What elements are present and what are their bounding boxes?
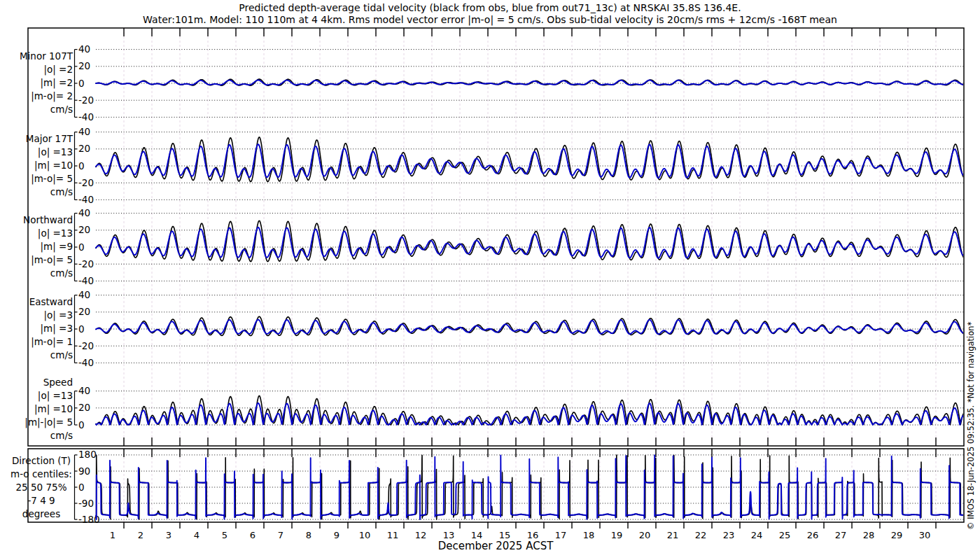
panel-label-line: |o| =3 [43, 309, 73, 321]
y-tick-label: -20 [78, 94, 94, 106]
y-tick-label: 180 [78, 449, 97, 460]
panel-label-east: Eastward|o| =3|m| =3|m-o|= 1cm/s [29, 296, 73, 360]
x-axis-label: December 2025 ACST [0, 540, 980, 552]
panel-label-line: Northward [23, 214, 73, 225]
panel-label-line: |o| =13 [38, 390, 73, 402]
y-tick-label: 90 [78, 465, 90, 477]
panel-label-line: |m| =10 [34, 403, 73, 415]
day-label: 24 [751, 530, 763, 540]
panel-label-major: Major 17T|o| =13|m| =10|m-o|= 5cm/s [26, 133, 74, 197]
day-label: 19 [611, 530, 623, 540]
y-tick-label: 40 [78, 289, 90, 300]
y-axis-bracket-speed [75, 391, 78, 425]
day-label: 4 [194, 530, 200, 540]
panel-label-line: cm/s [50, 104, 73, 115]
panel-label-line: Major 17T [26, 133, 74, 144]
day-label: 22 [695, 530, 707, 540]
day-label: 29 [891, 530, 903, 540]
day-label: 28 [863, 530, 875, 540]
y-tick-label: 0 [78, 241, 85, 253]
y-tick-label: -90 [78, 498, 94, 509]
day-label: 26 [807, 530, 819, 540]
day-label: 20 [639, 530, 651, 540]
day-label: 5 [222, 530, 227, 540]
y-tick-label: 20 [78, 306, 90, 317]
y-tick-labels-minor: 40200-20-40 [78, 43, 94, 122]
panel-label-line: cm/s [50, 430, 73, 441]
panel-label-line: m-o centiles: [10, 468, 72, 479]
y-axis-bracket-east [75, 295, 78, 363]
day-label: 6 [250, 530, 255, 540]
y-tick-label: 0 [78, 482, 85, 493]
y-axis-bracket-direction [75, 455, 78, 519]
y-tick-label: 20 [78, 224, 90, 235]
y-tick-labels-east: 40200-20-40 [78, 289, 94, 368]
day-label: 10 [359, 530, 371, 540]
panel-label-line: |m| =9 [41, 241, 73, 253]
day-gridlines [124, 28, 936, 522]
panel-label-north: Northward|o| =13|m| =9|m-o|= 5cm/s [23, 214, 73, 279]
panel-label-line: |m-o|= 2 [31, 90, 73, 102]
y-tick-label: 40 [78, 43, 90, 55]
panel-label-line: |m|-|o|= 5 [24, 416, 73, 428]
y-tick-label: 0 [78, 78, 85, 89]
y-tick-label: -40 [78, 357, 94, 368]
day-label: 17 [555, 530, 567, 540]
day-label: 15 [499, 530, 511, 540]
y-tick-labels-major: 40200-20-40 [78, 126, 94, 205]
panel-label-speed: Speed|o| =13|m| =10|m|-|o|= 5cm/s [24, 377, 73, 441]
panel-label-line: cm/s [50, 267, 73, 279]
day-label: 2 [138, 530, 144, 540]
y-tick-label: 40 [78, 126, 90, 137]
panel-label-line: Direction (T) [12, 455, 71, 466]
day-label: 3 [166, 530, 172, 540]
day-label: 1 [110, 530, 115, 540]
copyright-note: © IMOS 18-Jun-2025 09:52:35. *Not for na… [966, 322, 976, 530]
y-tick-label: 20 [78, 60, 90, 71]
day-label: 9 [334, 530, 340, 540]
day-labels: 1234567891011121314151617181920212223242… [110, 530, 930, 540]
y-tick-label: -40 [78, 275, 94, 286]
panel-label-line: |o| =13 [38, 227, 73, 239]
y-tick-labels-speed: 40200 [78, 385, 90, 430]
y-tick-label: 20 [78, 143, 90, 154]
y-tick-label: -20 [78, 340, 94, 351]
y-tick-label: -20 [78, 177, 94, 188]
panel-label-line: cm/s [50, 186, 73, 197]
panel-label-line: |o| =13 [38, 146, 73, 158]
day-label: 7 [278, 530, 284, 540]
day-label: 8 [306, 530, 312, 540]
panel-label-line: |o| =2 [43, 64, 73, 76]
y-axis-bracket-minor [75, 50, 78, 118]
y-tick-label: 0 [78, 323, 85, 335]
panel-label-line: |m| =10 [34, 160, 73, 172]
panel-label-line: |m-o|= 5 [31, 173, 73, 185]
panel-label-line: Eastward [29, 296, 73, 307]
y-tick-label: 0 [78, 160, 85, 172]
day-label: 12 [415, 530, 427, 540]
y-tick-label: 20 [78, 402, 90, 413]
plot-frames [28, 28, 964, 522]
panel-label-line: |m-o|= 5 [31, 254, 73, 266]
y-tick-label: 0 [78, 419, 85, 430]
panel-label-line: |m| =3 [41, 323, 73, 335]
y-axis-bracket-north [75, 214, 78, 281]
day-label: 18 [583, 530, 595, 540]
y-tick-label: -20 [78, 258, 94, 270]
panel-label-line: cm/s [50, 349, 73, 360]
y-tick-label: 40 [78, 385, 90, 396]
day-label: 11 [387, 530, 399, 540]
y-tick-label: -40 [78, 194, 94, 205]
figure: Predicted depth-average tidal velocity (… [0, 0, 980, 560]
day-label: 14 [471, 530, 483, 540]
panel-label-line: 25 50 75% [16, 482, 67, 493]
y-tick-label: -40 [78, 111, 94, 122]
day-label: 25 [779, 530, 791, 540]
y-tick-label: 40 [78, 207, 90, 218]
day-label: 21 [667, 530, 679, 540]
day-label: 23 [723, 530, 735, 540]
panel-label-direction: Direction (T)m-o centiles:25 50 75%-7 4 … [10, 455, 72, 519]
day-label: 16 [527, 530, 539, 540]
panel-label-line: |m| =2 [41, 77, 73, 89]
panel-label-line: |m-o|= 1 [31, 336, 73, 348]
